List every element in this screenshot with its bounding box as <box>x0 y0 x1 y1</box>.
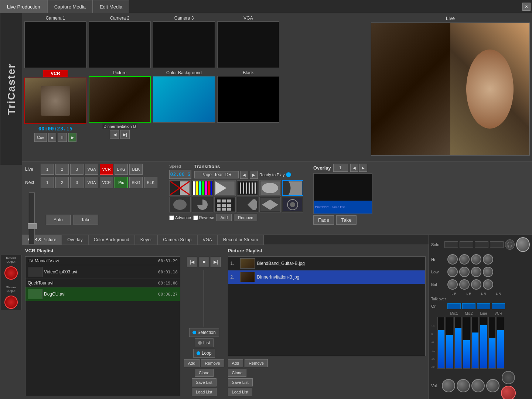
black-preview[interactable] <box>217 76 279 123</box>
vol-knob-2[interactable] <box>457 379 470 392</box>
vcr-preview[interactable] <box>24 78 86 124</box>
color-bg-preview[interactable] <box>153 76 215 123</box>
next-btn-vcr[interactable]: VCR <box>100 177 113 188</box>
pic-clone-btn[interactable]: Clone <box>228 369 247 377</box>
on-btn-vcr[interactable] <box>492 303 505 309</box>
transport-stop-btn[interactable]: ■ <box>199 257 209 267</box>
speed-value[interactable]: 02.00 S <box>169 170 191 179</box>
tab-capture-media[interactable]: Capture Media <box>47 0 93 13</box>
transport-rew-btn[interactable]: |◀ <box>187 257 197 267</box>
transport-ff-btn[interactable]: ▶| <box>211 257 221 267</box>
trans-vert-wipe[interactable] <box>259 180 281 196</box>
vcr-clone-btn[interactable]: Clone <box>195 369 214 377</box>
loop-btn[interactable]: Loop <box>193 349 215 358</box>
t-bar-handle[interactable] <box>28 223 37 229</box>
monitor-btn[interactable] <box>502 371 515 384</box>
tab-overlay[interactable]: Overlay <box>62 235 88 245</box>
playlist-item-active[interactable]: DogCU.avi 00:06.27 <box>25 287 180 301</box>
pic-load-btn[interactable]: Load List <box>228 388 253 396</box>
playlist-item[interactable]: QuckTour.avi 09:19.06 <box>25 279 180 287</box>
trans-wipe[interactable] <box>214 180 236 196</box>
close-button[interactable]: X <box>522 3 531 11</box>
advance-checkbox[interactable] <box>169 215 174 220</box>
tab-color-background[interactable]: Color Background <box>88 235 135 245</box>
vcr-stop-btn[interactable]: ■ <box>48 133 56 142</box>
selection-btn[interactable]: Selection <box>189 328 219 337</box>
camera-3-preview[interactable] <box>153 21 215 68</box>
low-knob-4[interactable] <box>483 267 493 277</box>
next-btn-bkg[interactable]: BKG <box>129 177 143 188</box>
live-btn-bkg[interactable]: BKG <box>115 164 128 175</box>
pic-remove-btn[interactable]: Remove <box>245 359 268 367</box>
pic-next-btn[interactable]: ▶| <box>120 130 130 139</box>
vol-knob-4[interactable] <box>486 379 499 392</box>
on-btn-mic1[interactable] <box>447 303 461 309</box>
live-btn-2[interactable]: 2 <box>55 164 69 175</box>
camera-1-preview[interactable] <box>24 21 86 68</box>
t-bar[interactable] <box>29 192 35 244</box>
tab-live-production[interactable]: Live Production <box>0 0 47 13</box>
playlist-item[interactable]: TV-ManiaTV.avi 00:31.29 <box>25 257 180 265</box>
trans-page-tear[interactable] <box>282 180 303 196</box>
vcr-play-btn[interactable]: ▶ <box>68 133 76 142</box>
hi-knob-4[interactable] <box>483 254 493 265</box>
take-button[interactable]: Take <box>74 215 98 225</box>
bal-knob-2[interactable] <box>459 279 470 290</box>
record-output-btn[interactable] <box>4 266 18 280</box>
add-transition-btn[interactable]: Add <box>216 214 232 221</box>
next-btn-1[interactable]: 1 <box>41 177 54 188</box>
overlay-next-btn[interactable]: ▶ <box>359 164 367 172</box>
hi-knob-2[interactable] <box>459 254 470 265</box>
pic-save-btn[interactable]: Save List <box>228 378 253 386</box>
next-btn-2[interactable]: 2 <box>55 177 69 188</box>
bal-knob-1[interactable] <box>447 279 458 290</box>
hi-knob-3[interactable] <box>471 254 481 265</box>
solo-field-4[interactable] <box>490 241 504 248</box>
overlay-prev-btn[interactable]: ◀ <box>350 164 358 172</box>
trans-iris[interactable] <box>259 197 281 212</box>
solo-field-3[interactable] <box>475 241 488 248</box>
reverse-checkbox[interactable] <box>193 215 198 220</box>
trans-fade-x[interactable] <box>169 180 191 196</box>
list-btn[interactable]: List <box>195 338 214 347</box>
vcr-load-btn[interactable]: Load List <box>192 388 216 396</box>
vcr-add-btn[interactable]: Add <box>184 359 200 367</box>
master-output-knob[interactable] <box>501 386 516 399</box>
tab-vga[interactable]: VGA <box>197 235 218 245</box>
playlist-item[interactable]: VideoClip003.avi 00:01.18 <box>25 265 180 279</box>
hi-knob-1[interactable] <box>447 254 458 265</box>
auto-button[interactable]: Auto <box>46 215 71 225</box>
vol-knob-1[interactable] <box>442 379 455 392</box>
stream-output-btn[interactable] <box>4 296 18 309</box>
next-btn-3[interactable]: 3 <box>70 177 83 188</box>
next-btn-vga[interactable]: VGA <box>85 177 98 188</box>
vga-preview[interactable] <box>217 21 279 68</box>
next-btn-blk[interactable]: BLK <box>144 177 157 188</box>
live-btn-vcr[interactable]: VCR <box>100 164 113 175</box>
vcr-remove-btn[interactable]: Remove <box>201 359 224 367</box>
vol-knob-3[interactable] <box>471 379 485 392</box>
solo-field-1[interactable] <box>444 241 458 248</box>
headphone-btn[interactable]: 🎧 <box>505 239 515 250</box>
tab-keyer[interactable]: Keyer <box>135 235 157 245</box>
low-knob-1[interactable] <box>447 267 458 277</box>
remove-transition-btn[interactable]: Remove <box>234 214 257 221</box>
low-knob-2[interactable] <box>459 267 470 277</box>
trans-custom[interactable] <box>282 197 303 212</box>
trans-radial[interactable] <box>237 197 258 212</box>
tab-vcr-picture[interactable]: VCR & Picture <box>22 235 62 245</box>
trans-circle[interactable] <box>169 197 191 212</box>
master-volume-knob[interactable] <box>516 237 530 252</box>
on-btn-mic2[interactable] <box>462 303 475 309</box>
bal-knob-4[interactable] <box>483 279 493 290</box>
next-btn-pic[interactable]: Pic <box>115 177 128 188</box>
vcr-progress-bar[interactable] <box>204 270 204 327</box>
solo-field-2[interactable] <box>460 241 473 248</box>
tab-camera-setup[interactable]: Camera Setup <box>157 235 197 245</box>
pic-add-btn[interactable]: Add <box>228 359 243 367</box>
live-btn-vga[interactable]: VGA <box>85 164 98 175</box>
overlay-num-input[interactable] <box>333 164 348 172</box>
on-btn-line[interactable] <box>477 303 490 309</box>
overlay-fade-btn[interactable]: Fade <box>313 215 334 225</box>
tab-record-stream[interactable]: Record or Stream <box>218 235 264 245</box>
